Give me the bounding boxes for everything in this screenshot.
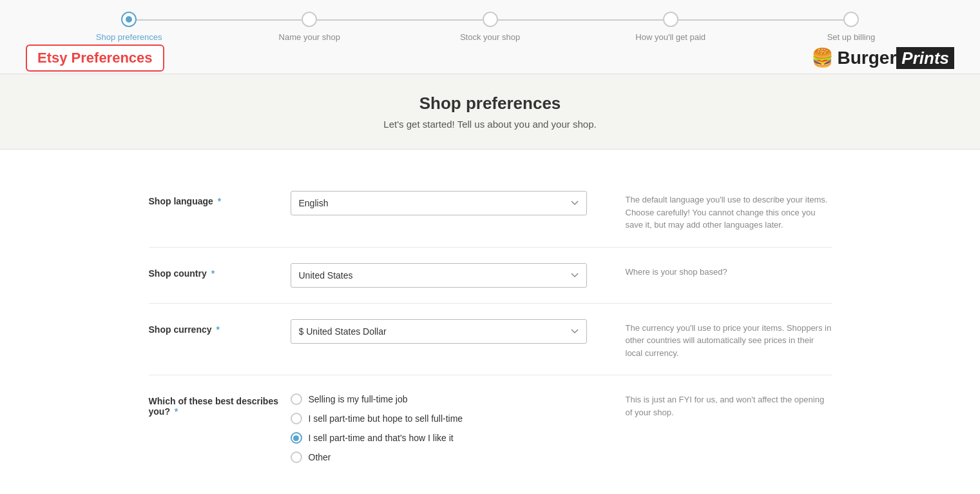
header: Etsy Preferences 🍔 BurgerPrints xyxy=(0,42,980,74)
main-form: Shop language * English French German Sp… xyxy=(136,150,845,494)
radio-other-label: Other xyxy=(309,452,331,462)
describes-required: * xyxy=(175,406,178,417)
country-help: Where is your shop based? xyxy=(587,263,832,279)
radio-parttime-like[interactable]: I sell part-time and that's how I like i… xyxy=(291,432,587,444)
describes-row: Which of these best describes you? * Sel… xyxy=(149,375,832,479)
step-label-2: Name your shop xyxy=(279,32,340,42)
step-circle-2 xyxy=(302,12,317,27)
step-billing: Set up billing xyxy=(761,12,941,42)
describes-label-col: Which of these best describes you? * xyxy=(149,391,291,417)
step-circle-3 xyxy=(483,12,498,27)
describes-radio-group: Selling is my full-time job I sell part-… xyxy=(291,391,587,463)
step-label-1: Shop preferences xyxy=(96,32,162,42)
currency-label-col: Shop currency * xyxy=(149,319,291,335)
radio-other-input[interactable] xyxy=(291,451,302,463)
logo: 🍔 BurgerPrints xyxy=(811,47,954,68)
radio-fulltime[interactable]: Selling is my full-time job xyxy=(291,393,587,405)
radio-parttime-hope[interactable]: I sell part-time but hope to sell full-t… xyxy=(291,413,587,424)
step-label-5: Set up billing xyxy=(827,32,875,42)
step-label-4: How you'll get paid xyxy=(635,32,706,42)
country-label: Shop country * xyxy=(149,268,215,279)
radio-parttime-like-input[interactable] xyxy=(291,432,302,444)
currency-label: Shop currency * xyxy=(149,324,220,335)
country-label-col: Shop country * xyxy=(149,263,291,279)
language-row: Shop language * English French German Sp… xyxy=(149,175,832,248)
currency-control-col: $ United States Dollar € Euro £ British … xyxy=(291,319,587,344)
step-circle-5 xyxy=(843,12,859,27)
radio-parttime-hope-label: I sell part-time but hope to sell full-t… xyxy=(309,413,463,424)
currency-select[interactable]: $ United States Dollar € Euro £ British … xyxy=(291,319,587,344)
language-help: The default language you'll use to descr… xyxy=(587,191,832,232)
describes-help: This is just an FYI for us, and won't af… xyxy=(587,391,832,419)
language-label-col: Shop language * xyxy=(149,191,291,206)
radio-fulltime-input[interactable] xyxy=(291,393,302,405)
country-required: * xyxy=(211,268,215,279)
step-name-shop: Name your shop xyxy=(219,12,399,42)
burger-icon: 🍔 xyxy=(811,47,834,68)
step-shop-preferences: Shop preferences xyxy=(39,12,219,42)
currency-row: Shop currency * $ United States Dollar €… xyxy=(149,304,832,376)
currency-required: * xyxy=(216,324,219,335)
progress-section: Shop preferences Name your shop Stock yo… xyxy=(0,0,980,74)
hero-subtitle: Let's get started! Tell us about you and… xyxy=(13,119,967,130)
language-label: Shop language * xyxy=(149,196,222,206)
language-required: * xyxy=(218,196,221,206)
describes-control-col: Selling is my full-time job I sell part-… xyxy=(291,391,587,463)
hero-section: Shop preferences Let's get started! Tell… xyxy=(0,74,980,150)
language-select[interactable]: English French German Spanish xyxy=(291,191,587,215)
step-label-3: Stock your shop xyxy=(460,32,520,42)
language-control-col: English French German Spanish xyxy=(291,191,587,215)
radio-parttime-hope-input[interactable] xyxy=(291,413,302,424)
country-control-col: United States United Kingdom Canada Aust… xyxy=(291,263,587,288)
country-row: Shop country * United States United King… xyxy=(149,248,832,304)
country-select[interactable]: United States United Kingdom Canada Aust… xyxy=(291,263,587,288)
step-circle-4 xyxy=(663,12,678,27)
radio-other[interactable]: Other xyxy=(291,451,587,463)
hero-title: Shop preferences xyxy=(13,94,967,114)
step-stock-shop: Stock your shop xyxy=(399,12,580,42)
currency-help: The currency you'll use to price your it… xyxy=(587,319,832,360)
describes-label: Which of these best describes you? * xyxy=(149,396,279,417)
step-get-paid: How you'll get paid xyxy=(581,12,761,42)
radio-parttime-like-label: I sell part-time and that's how I like i… xyxy=(309,433,454,443)
progress-bar: Shop preferences Name your shop Stock yo… xyxy=(0,12,980,42)
step-circle-1 xyxy=(121,12,137,27)
etsy-preferences-badge: Etsy Preferences xyxy=(26,44,164,72)
radio-fulltime-label: Selling is my full-time job xyxy=(309,394,408,404)
brand-name: BurgerPrints xyxy=(838,48,954,68)
prints-label: Prints xyxy=(896,47,954,69)
